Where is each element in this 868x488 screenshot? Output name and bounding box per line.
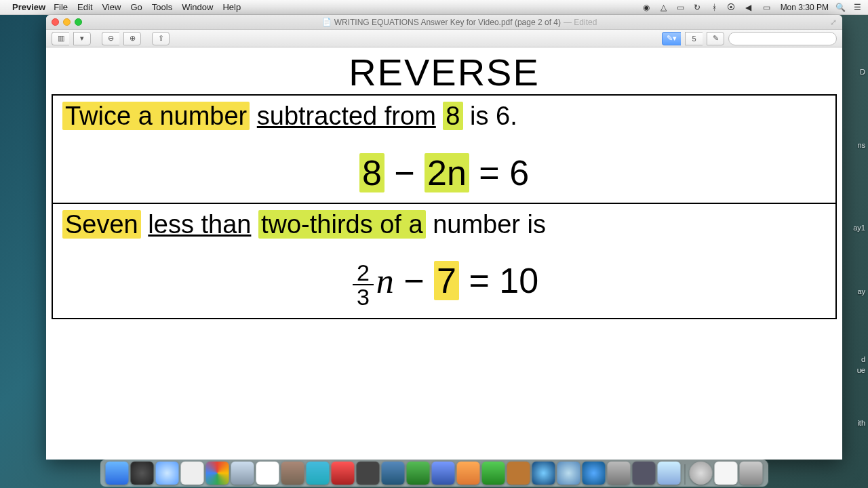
dock-finder-icon[interactable] xyxy=(106,462,129,485)
problem-1: Twice a number subtracted from 8 is 6. 8… xyxy=(53,96,835,204)
share-button[interactable]: ⇪ xyxy=(152,32,170,45)
bluetooth-icon[interactable]: ᚼ xyxy=(709,2,719,12)
dock-iphoto-icon[interactable] xyxy=(407,462,430,485)
notifications-icon[interactable]: ☰ xyxy=(852,2,863,12)
dock-keynote-icon[interactable] xyxy=(432,462,455,485)
dock-pages-icon[interactable] xyxy=(457,462,480,485)
wifi-icon[interactable]: ⦿ xyxy=(726,2,736,12)
menu-help[interactable]: Help xyxy=(222,2,241,12)
desktop-label: ay xyxy=(857,287,865,296)
problem-2-equation: 2 3 n − 7 = 10 xyxy=(62,260,826,308)
problem-2-sentence: Seven less than two-thirds of a number i… xyxy=(62,209,826,241)
problem-1-equation: 8 − 2n = 6 xyxy=(62,152,826,193)
menubar-clock[interactable]: Mon 3:30 PM xyxy=(781,3,829,12)
pdf-page: REVERSE Twice a number subtracted from 8… xyxy=(46,47,842,460)
edit-tool-button[interactable]: ✎ xyxy=(707,32,724,45)
record-icon[interactable]: ◉ xyxy=(642,2,652,12)
minimize-button[interactable] xyxy=(63,18,71,26)
dock-downloads-icon[interactable] xyxy=(690,462,713,485)
problem-2: Seven less than two-thirds of a number i… xyxy=(53,204,835,319)
fraction: 2 3 xyxy=(353,261,374,308)
zoom-out-button[interactable]: ⊖ xyxy=(102,32,119,45)
window-titlebar[interactable]: 📄 WRITING EQUATIONS Answer Key for Video… xyxy=(46,15,842,30)
dock-chrome-icon[interactable] xyxy=(206,462,229,485)
menu-view[interactable]: View xyxy=(102,2,121,12)
dock-numbers-icon[interactable] xyxy=(482,462,505,485)
page-indicator[interactable]: 5 xyxy=(685,32,703,45)
dock-itunes-icon[interactable] xyxy=(557,462,580,485)
dock-mail-icon[interactable] xyxy=(231,462,254,485)
document-icon: 📄 xyxy=(322,18,332,26)
desktop-label: ue xyxy=(857,366,865,374)
battery-icon[interactable]: ▭ xyxy=(760,2,774,12)
menu-edit[interactable]: Edit xyxy=(77,2,92,12)
app-menu[interactable]: Preview xyxy=(12,2,45,12)
dock-preferences-icon[interactable] xyxy=(608,462,631,485)
zoom-in-button[interactable]: ⊕ xyxy=(123,32,141,45)
preview-window: 📄 WRITING EQUATIONS Answer Key for Video… xyxy=(46,15,842,460)
menu-go[interactable]: Go xyxy=(130,2,142,12)
desktop-label: ns xyxy=(857,141,865,149)
edited-indicator: — Edited xyxy=(564,18,597,27)
document-viewport[interactable]: REVERSE Twice a number subtracted from 8… xyxy=(46,47,842,460)
dock-photobooth-icon[interactable] xyxy=(332,462,355,485)
spotlight-icon[interactable]: 🔍 xyxy=(835,2,846,12)
dock-separator xyxy=(685,464,686,485)
traffic-lights xyxy=(52,18,82,26)
menu-window[interactable]: Window xyxy=(182,2,213,12)
dock-calendar-icon[interactable] xyxy=(256,462,279,485)
search-input[interactable] xyxy=(728,32,837,45)
close-button[interactable] xyxy=(52,18,59,26)
dock-dashboard-icon[interactable] xyxy=(131,462,154,485)
dock-document-icon[interactable] xyxy=(715,462,738,485)
dock-appstore-icon[interactable] xyxy=(583,462,606,485)
dock-smartboard-icon[interactable] xyxy=(382,462,405,485)
content-box: Twice a number subtracted from 8 is 6. 8… xyxy=(52,94,837,319)
desktop-label: ay1 xyxy=(853,224,865,232)
menu-tools[interactable]: Tools xyxy=(152,2,172,12)
dock-app2-icon[interactable] xyxy=(633,462,656,485)
view-dropdown-button[interactable]: ▾ xyxy=(73,32,91,45)
dock-safari-icon[interactable] xyxy=(156,462,179,485)
dock-launchpad-icon[interactable] xyxy=(181,462,204,485)
volume-icon[interactable]: ◀ xyxy=(743,2,753,12)
zoom-button[interactable] xyxy=(75,18,82,26)
dock-facetime-icon[interactable] xyxy=(357,462,380,485)
dock-messages-icon[interactable] xyxy=(307,462,330,485)
fullscreen-icon[interactable]: ⤢ xyxy=(830,18,837,27)
toolbar: ▥ ▾ ⊖ ⊕ ⇪ ✎▾ 5 ✎ xyxy=(46,30,842,47)
dock xyxy=(100,460,768,487)
page-title: REVERSE xyxy=(46,50,842,94)
view-mode-button[interactable]: ▥ xyxy=(52,32,69,45)
menubar: Preview File Edit View Go Tools Window H… xyxy=(0,0,868,15)
gdrive-icon[interactable]: △ xyxy=(658,2,669,12)
dock-app1-icon[interactable] xyxy=(507,462,530,485)
desktop-label: ith xyxy=(857,419,865,427)
airplay-icon[interactable]: ▭ xyxy=(675,2,686,12)
sync-icon[interactable]: ↻ xyxy=(692,2,703,12)
window-title: WRITING EQUATIONS Answer Key for Video.p… xyxy=(334,18,561,27)
highlight-tool-button[interactable]: ✎▾ xyxy=(662,32,681,45)
dock-preview-icon[interactable] xyxy=(658,462,681,485)
dock-quicktime-icon[interactable] xyxy=(532,462,555,485)
desktop-label: d xyxy=(861,355,865,363)
menu-file[interactable]: File xyxy=(54,2,68,12)
problem-1-sentence: Twice a number subtracted from 8 is 6. xyxy=(62,101,826,132)
dock-trash-icon[interactable] xyxy=(740,462,763,485)
desktop-label: D xyxy=(860,68,865,76)
dock-notes-icon[interactable] xyxy=(281,462,304,485)
